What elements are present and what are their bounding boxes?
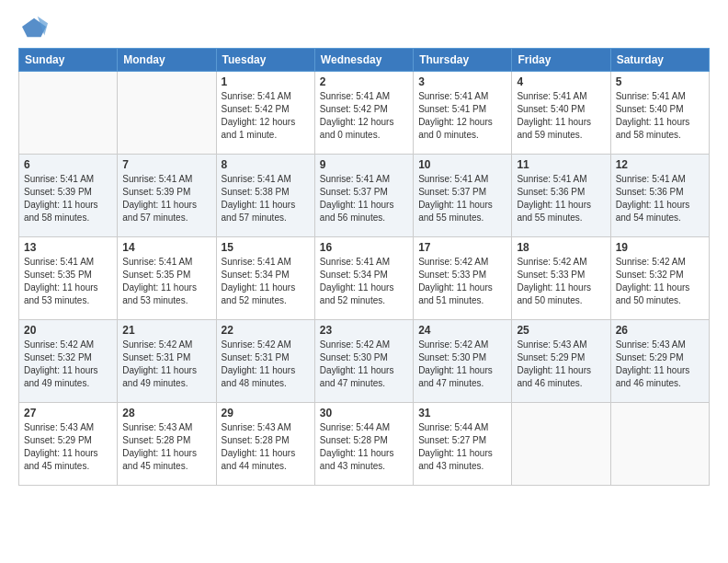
calendar-cell: 2Sunrise: 5:41 AM Sunset: 5:42 PM Daylig… bbox=[314, 72, 413, 155]
day-number: 25 bbox=[517, 324, 605, 337]
day-number: 7 bbox=[122, 158, 210, 171]
day-info: Sunrise: 5:41 AM Sunset: 5:40 PM Dayligh… bbox=[517, 90, 605, 142]
calendar-cell: 4Sunrise: 5:41 AM Sunset: 5:40 PM Daylig… bbox=[512, 72, 610, 155]
calendar-week-3: 13Sunrise: 5:41 AM Sunset: 5:35 PM Dayli… bbox=[19, 237, 710, 320]
calendar-body: 1Sunrise: 5:41 AM Sunset: 5:42 PM Daylig… bbox=[19, 72, 710, 486]
day-info: Sunrise: 5:41 AM Sunset: 5:36 PM Dayligh… bbox=[616, 173, 704, 224]
calendar-cell: 5Sunrise: 5:41 AM Sunset: 5:40 PM Daylig… bbox=[610, 72, 709, 155]
day-number: 20 bbox=[24, 324, 112, 337]
calendar-cell bbox=[19, 72, 118, 155]
logo bbox=[18, 15, 48, 40]
day-info: Sunrise: 5:42 AM Sunset: 5:32 PM Dayligh… bbox=[616, 256, 704, 307]
calendar-table: SundayMondayTuesdayWednesdayThursdayFrid… bbox=[18, 48, 710, 486]
day-number: 21 bbox=[122, 324, 210, 337]
day-number: 31 bbox=[418, 407, 506, 419]
day-number: 13 bbox=[24, 241, 112, 254]
day-info: Sunrise: 5:43 AM Sunset: 5:29 PM Dayligh… bbox=[616, 339, 704, 390]
calendar-cell: 13Sunrise: 5:41 AM Sunset: 5:35 PM Dayli… bbox=[19, 237, 118, 320]
day-header-thursday: Thursday bbox=[414, 49, 512, 72]
calendar-cell: 7Sunrise: 5:41 AM Sunset: 5:39 PM Daylig… bbox=[118, 155, 216, 237]
day-number: 19 bbox=[616, 241, 704, 254]
day-info: Sunrise: 5:43 AM Sunset: 5:29 PM Dayligh… bbox=[24, 421, 112, 473]
day-info: Sunrise: 5:42 AM Sunset: 5:30 PM Dayligh… bbox=[418, 339, 506, 390]
calendar-cell: 11Sunrise: 5:41 AM Sunset: 5:36 PM Dayli… bbox=[512, 155, 610, 237]
day-number: 29 bbox=[222, 407, 310, 419]
day-header-tuesday: Tuesday bbox=[216, 49, 314, 72]
calendar-cell: 12Sunrise: 5:41 AM Sunset: 5:36 PM Dayli… bbox=[610, 155, 709, 237]
day-number: 1 bbox=[222, 75, 310, 88]
calendar-week-2: 6Sunrise: 5:41 AM Sunset: 5:39 PM Daylig… bbox=[19, 155, 710, 237]
day-info: Sunrise: 5:41 AM Sunset: 5:37 PM Dayligh… bbox=[320, 173, 408, 224]
day-number: 14 bbox=[122, 241, 210, 254]
calendar-cell: 26Sunrise: 5:43 AM Sunset: 5:29 PM Dayli… bbox=[610, 320, 709, 403]
calendar-cell: 21Sunrise: 5:42 AM Sunset: 5:31 PM Dayli… bbox=[118, 320, 216, 403]
calendar-cell: 24Sunrise: 5:42 AM Sunset: 5:30 PM Dayli… bbox=[414, 320, 512, 403]
day-header-friday: Friday bbox=[512, 49, 610, 72]
calendar-cell: 30Sunrise: 5:44 AM Sunset: 5:28 PM Dayli… bbox=[314, 403, 413, 486]
calendar-cell: 27Sunrise: 5:43 AM Sunset: 5:29 PM Dayli… bbox=[19, 403, 118, 486]
calendar-cell: 1Sunrise: 5:41 AM Sunset: 5:42 PM Daylig… bbox=[216, 72, 314, 155]
calendar-cell: 28Sunrise: 5:43 AM Sunset: 5:28 PM Dayli… bbox=[118, 403, 216, 486]
header bbox=[18, 15, 710, 40]
calendar-cell: 18Sunrise: 5:42 AM Sunset: 5:33 PM Dayli… bbox=[512, 237, 610, 320]
calendar-cell: 19Sunrise: 5:42 AM Sunset: 5:32 PM Dayli… bbox=[610, 237, 709, 320]
calendar-cell: 9Sunrise: 5:41 AM Sunset: 5:37 PM Daylig… bbox=[314, 155, 413, 237]
day-info: Sunrise: 5:41 AM Sunset: 5:42 PM Dayligh… bbox=[320, 90, 408, 142]
calendar-cell: 29Sunrise: 5:43 AM Sunset: 5:28 PM Dayli… bbox=[216, 403, 314, 486]
day-number: 5 bbox=[616, 75, 704, 88]
calendar-cell: 22Sunrise: 5:42 AM Sunset: 5:31 PM Dayli… bbox=[216, 320, 314, 403]
day-info: Sunrise: 5:42 AM Sunset: 5:31 PM Dayligh… bbox=[222, 339, 310, 390]
day-header-monday: Monday bbox=[118, 49, 216, 72]
logo-icon bbox=[22, 15, 48, 40]
day-number: 23 bbox=[320, 324, 408, 337]
day-info: Sunrise: 5:41 AM Sunset: 5:35 PM Dayligh… bbox=[24, 256, 112, 307]
day-number: 2 bbox=[320, 75, 408, 88]
day-number: 11 bbox=[517, 158, 605, 171]
day-number: 16 bbox=[320, 241, 408, 254]
day-info: Sunrise: 5:42 AM Sunset: 5:30 PM Dayligh… bbox=[320, 339, 408, 390]
calendar-cell: 8Sunrise: 5:41 AM Sunset: 5:38 PM Daylig… bbox=[216, 155, 314, 237]
day-info: Sunrise: 5:41 AM Sunset: 5:40 PM Dayligh… bbox=[616, 90, 704, 142]
calendar-cell: 14Sunrise: 5:41 AM Sunset: 5:35 PM Dayli… bbox=[118, 237, 216, 320]
day-info: Sunrise: 5:41 AM Sunset: 5:34 PM Dayligh… bbox=[320, 256, 408, 307]
day-header-saturday: Saturday bbox=[610, 49, 709, 72]
day-info: Sunrise: 5:41 AM Sunset: 5:39 PM Dayligh… bbox=[24, 173, 112, 224]
calendar-cell: 31Sunrise: 5:44 AM Sunset: 5:27 PM Dayli… bbox=[414, 403, 512, 486]
calendar-cell: 20Sunrise: 5:42 AM Sunset: 5:32 PM Dayli… bbox=[19, 320, 118, 403]
day-header-sunday: Sunday bbox=[19, 49, 118, 72]
day-number: 4 bbox=[517, 75, 605, 88]
day-info: Sunrise: 5:41 AM Sunset: 5:37 PM Dayligh… bbox=[418, 173, 506, 224]
calendar-cell bbox=[610, 403, 709, 486]
calendar-week-5: 27Sunrise: 5:43 AM Sunset: 5:29 PM Dayli… bbox=[19, 403, 710, 486]
calendar-cell: 6Sunrise: 5:41 AM Sunset: 5:39 PM Daylig… bbox=[19, 155, 118, 237]
calendar-cell: 16Sunrise: 5:41 AM Sunset: 5:34 PM Dayli… bbox=[314, 237, 413, 320]
day-info: Sunrise: 5:43 AM Sunset: 5:28 PM Dayligh… bbox=[122, 421, 210, 473]
day-info: Sunrise: 5:41 AM Sunset: 5:39 PM Dayligh… bbox=[122, 173, 210, 224]
day-info: Sunrise: 5:42 AM Sunset: 5:33 PM Dayligh… bbox=[418, 256, 506, 307]
day-info: Sunrise: 5:42 AM Sunset: 5:31 PM Dayligh… bbox=[122, 339, 210, 390]
day-number: 18 bbox=[517, 241, 605, 254]
day-number: 12 bbox=[616, 158, 704, 171]
day-info: Sunrise: 5:41 AM Sunset: 5:42 PM Dayligh… bbox=[222, 90, 310, 142]
day-info: Sunrise: 5:41 AM Sunset: 5:36 PM Dayligh… bbox=[517, 173, 605, 224]
day-number: 24 bbox=[418, 324, 506, 337]
day-info: Sunrise: 5:42 AM Sunset: 5:32 PM Dayligh… bbox=[24, 339, 112, 390]
calendar-cell: 15Sunrise: 5:41 AM Sunset: 5:34 PM Dayli… bbox=[216, 237, 314, 320]
calendar-header-row: SundayMondayTuesdayWednesdayThursdayFrid… bbox=[19, 49, 710, 72]
calendar-week-4: 20Sunrise: 5:42 AM Sunset: 5:32 PM Dayli… bbox=[19, 320, 710, 403]
day-number: 28 bbox=[122, 407, 210, 419]
day-number: 9 bbox=[320, 158, 408, 171]
calendar-cell bbox=[118, 72, 216, 155]
day-number: 6 bbox=[24, 158, 112, 171]
calendar-cell: 23Sunrise: 5:42 AM Sunset: 5:30 PM Dayli… bbox=[314, 320, 413, 403]
day-number: 30 bbox=[320, 407, 408, 419]
day-number: 3 bbox=[418, 75, 506, 88]
day-info: Sunrise: 5:43 AM Sunset: 5:29 PM Dayligh… bbox=[517, 339, 605, 390]
calendar-cell: 10Sunrise: 5:41 AM Sunset: 5:37 PM Dayli… bbox=[414, 155, 512, 237]
calendar-week-1: 1Sunrise: 5:41 AM Sunset: 5:42 PM Daylig… bbox=[19, 72, 710, 155]
day-number: 10 bbox=[418, 158, 506, 171]
day-number: 22 bbox=[222, 324, 310, 337]
calendar-cell: 3Sunrise: 5:41 AM Sunset: 5:41 PM Daylig… bbox=[414, 72, 512, 155]
day-info: Sunrise: 5:41 AM Sunset: 5:38 PM Dayligh… bbox=[222, 173, 310, 224]
calendar-cell: 17Sunrise: 5:42 AM Sunset: 5:33 PM Dayli… bbox=[414, 237, 512, 320]
